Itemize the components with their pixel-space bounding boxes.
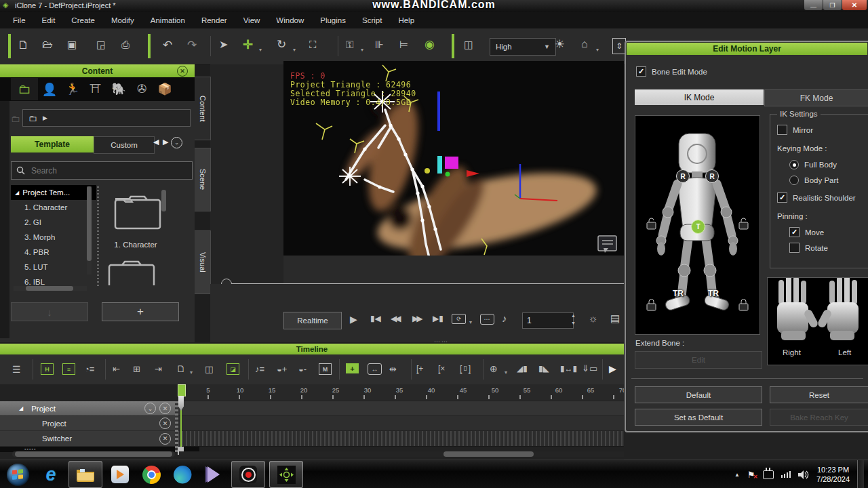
lipsync-del-icon[interactable]: ◒-	[298, 364, 307, 374]
taskbar-app-iclone[interactable]	[269, 461, 303, 488]
ik-mode-tab[interactable]: IK Mode	[635, 89, 764, 105]
track-close-icon[interactable]: ✕	[159, 433, 171, 445]
track-chevron-icon[interactable]: ⌄	[144, 403, 156, 414]
prev-key-icon[interactable]: ◢▮	[517, 364, 528, 373]
menu-edit[interactable]: Edit	[35, 16, 63, 24]
start-button[interactable]	[0, 460, 35, 488]
taskbar-app-media-player[interactable]	[104, 461, 136, 488]
timeline-header[interactable]: Timeline	[0, 344, 624, 354]
network-signal-icon[interactable]	[781, 471, 791, 478]
content-close-icon[interactable]: ✕	[177, 66, 188, 77]
link-tool-icon[interactable]: ⚿	[346, 39, 353, 49]
move-tool-icon[interactable]: ✛	[243, 39, 253, 51]
shoulder-r-right-badge[interactable]: R	[705, 169, 719, 183]
restore-button[interactable]: ❐	[823, 0, 842, 10]
tree-item-pbr[interactable]: 4. PBR	[11, 245, 96, 260]
body-part-radio[interactable]	[789, 176, 799, 185]
minimize-button[interactable]: —	[804, 0, 823, 10]
tab-scroll-right-icon[interactable]: ▶	[163, 138, 168, 146]
props-tab-icon[interactable]: 🐘	[107, 82, 130, 96]
close-button[interactable]: ✕	[842, 0, 867, 10]
menu-window[interactable]: Window	[269, 16, 311, 24]
menu-help[interactable]: Help	[391, 16, 422, 24]
clip-align-icon[interactable]: ⦋▯⦌	[460, 364, 471, 373]
grid-row-switcher[interactable]	[178, 431, 624, 447]
dock-panel-icon[interactable]: ⇕	[612, 38, 626, 54]
save-project-icon[interactable]: ▣	[67, 39, 77, 49]
volume-icon[interactable]	[798, 470, 809, 479]
realtime-button[interactable]: Realtime	[283, 312, 342, 329]
thumb-vscrollbar[interactable]	[161, 190, 166, 278]
playhead-marker[interactable]	[178, 384, 186, 396]
track-close-icon[interactable]: ✕	[159, 418, 171, 429]
actor-tab-icon[interactable]: 👤	[38, 82, 61, 97]
audio-track-icon[interactable]: ♪≡	[255, 364, 264, 374]
body-map[interactable]: R R T TR TR	[635, 115, 760, 335]
motion-clip-icon[interactable]: M	[319, 363, 332, 375]
taskbar-app-edge[interactable]	[167, 461, 198, 488]
full-body-option[interactable]: Full Body	[789, 160, 868, 169]
collapse-icon[interactable]: ◢	[19, 405, 23, 411]
body-part-option[interactable]: Body Part	[789, 176, 868, 185]
animation-tab-icon[interactable]: 🏃	[61, 82, 84, 96]
align-object-icon[interactable]: ⊪	[375, 39, 384, 49]
bake-reach-key-button[interactable]: Bake Reach Key	[770, 409, 868, 426]
tray-expand-icon[interactable]: ▲	[734, 472, 740, 478]
morph-track-icon[interactable]: ◔≡	[84, 364, 94, 374]
up-folder-icon[interactable]: 🗀	[11, 113, 20, 124]
ankle-tr-left-badge[interactable]: TR	[673, 289, 684, 298]
menu-view[interactable]: View	[236, 16, 268, 24]
redo-icon[interactable]: ↷	[187, 39, 197, 51]
split-clip-icon[interactable]: ◫	[205, 364, 213, 374]
loop-caret[interactable]: ▾	[469, 319, 472, 325]
pin-move-option[interactable]: ✓ Move	[789, 227, 868, 237]
taskbar-app-kmplayer[interactable]	[198, 461, 229, 488]
motion-panel-titlebar[interactable]: Edit Motion Layer	[627, 43, 867, 55]
thumbnail-character[interactable]: 1. Character	[102, 185, 170, 249]
shoulder-r-left-badge[interactable]: R	[676, 169, 690, 183]
new-clip-caret[interactable]: ▾	[190, 369, 193, 375]
show-hide-icon[interactable]: ◉	[425, 39, 435, 50]
full-body-radio[interactable]	[789, 160, 799, 169]
pin-rotate-option[interactable]: Rotate	[789, 243, 868, 253]
tab-scroll-left-icon[interactable]: ◀	[153, 138, 159, 146]
search-input[interactable]	[30, 165, 168, 176]
go-end-icon[interactable]: ▶▮	[433, 314, 443, 323]
rewind-icon[interactable]: ◀◀	[391, 314, 399, 323]
fk-mode-tab[interactable]: FK Mode	[764, 89, 868, 106]
menu-script[interactable]: Script	[355, 16, 389, 24]
key-stretch-icon[interactable]: ⇹	[389, 364, 397, 374]
move-dropdown-caret[interactable]: ▾	[259, 47, 262, 53]
track-list-toggle-icon[interactable]: ▤	[610, 313, 620, 323]
track-project[interactable]: Project ✕	[0, 416, 175, 431]
reset-button[interactable]: Reset	[770, 386, 868, 403]
tree-item-morph[interactable]: 3. Morph	[11, 230, 96, 245]
taskbar-app-file-explorer[interactable]	[68, 461, 102, 488]
quality-dropdown[interactable]: High ▼	[490, 38, 556, 56]
breadcrumb[interactable]: 🗀 ▶	[22, 109, 191, 127]
camera-dropdown-caret[interactable]: ▾	[596, 47, 599, 53]
move-next-icon[interactable]: ⇥	[155, 364, 162, 374]
fast-forward-icon[interactable]: ▶▶	[412, 314, 420, 323]
tree-hscrollbar[interactable]	[14, 286, 87, 291]
bone-edit-checkbox[interactable]: ✓	[636, 66, 646, 77]
open-project-icon[interactable]: 🗁	[42, 39, 53, 50]
tab-list-icon[interactable]: ⌄	[171, 137, 182, 148]
grid-row-project[interactable]	[178, 416, 624, 431]
tree-item-project-template[interactable]: ◢ Project Tem...	[11, 185, 96, 200]
zoom-caret[interactable]: ▾	[505, 369, 507, 375]
export-media-icon[interactable]: ⎙	[121, 39, 130, 49]
tree-splitter[interactable]	[97, 186, 99, 288]
side-tab-visual[interactable]: Visual	[195, 230, 211, 294]
content-panel-header[interactable]: Content ✕	[0, 64, 195, 77]
add-content-button[interactable]: +	[102, 302, 179, 321]
download-button[interactable]: ↓	[11, 302, 88, 321]
action-center-icon[interactable]: ⚑✕	[747, 470, 755, 480]
move-prev-icon[interactable]: ⇤	[113, 364, 120, 374]
new-project-icon[interactable]: 🗋	[18, 39, 29, 51]
undo-icon[interactable]: ↶	[163, 39, 172, 51]
tree-expand-icon[interactable]: ◢	[15, 190, 19, 196]
folder-thumb-icon[interactable]	[106, 260, 157, 285]
play-icon[interactable]: ▶	[350, 314, 357, 324]
play-timeline-icon[interactable]: ▶	[609, 363, 616, 374]
